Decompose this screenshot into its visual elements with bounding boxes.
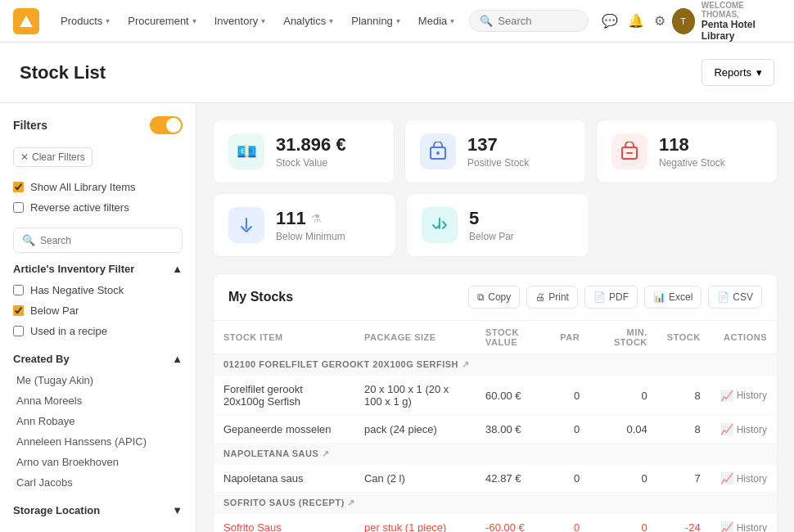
svg-point-1 xyxy=(436,151,440,155)
filter-icon: ⚗ xyxy=(311,212,322,225)
global-search[interactable]: 🔍 xyxy=(469,10,588,32)
created-by-item[interactable]: Anna Moreels xyxy=(13,390,183,411)
nav-icons: 💬 🔔 ⚙ xyxy=(602,13,665,29)
created-by-item[interactable]: Arno van Broekhoven xyxy=(13,452,183,472)
sidebar-search-input[interactable] xyxy=(40,235,174,246)
cell-min-stock: 0 xyxy=(589,514,657,533)
nav-procurement[interactable]: Procurement ▾ xyxy=(120,10,204,32)
history-button[interactable]: 📈 History xyxy=(720,472,767,485)
created-by-item[interactable]: Me (Tugay Akin) xyxy=(13,370,183,390)
settings-icon[interactable]: ⚙ xyxy=(654,13,665,29)
storage-location-header: Storage Location ▼ xyxy=(13,504,183,516)
col-stock-item: STOCK ITEM xyxy=(214,321,354,354)
nav-planning[interactable]: Planning ▾ xyxy=(343,10,408,32)
clear-filters-button[interactable]: ✕ Clear Filters xyxy=(13,147,92,167)
cell-value: 42.87 € xyxy=(476,465,550,493)
collapse-icon[interactable]: ▲ xyxy=(172,263,183,275)
external-link-icon: ↗ xyxy=(322,449,330,458)
below-minimum-number: 111 xyxy=(276,208,306,229)
bell-icon[interactable]: 🔔 xyxy=(628,13,644,29)
chevron-down-icon: ▾ xyxy=(261,16,265,25)
below-par-number: 5 xyxy=(469,208,514,229)
cell-package: Can (2 l) xyxy=(354,465,476,493)
history-button[interactable]: 📈 History xyxy=(720,423,767,435)
cell-min-stock: 0 xyxy=(589,376,657,416)
below-par-checkbox[interactable]: Below Par xyxy=(13,300,183,321)
cell-par: 0 xyxy=(550,465,589,493)
chart-icon: 📈 xyxy=(720,423,733,435)
nav-products[interactable]: Products ▾ xyxy=(52,10,118,32)
print-button[interactable]: 🖨 Print xyxy=(526,286,578,309)
cell-item: Sofrito Saus xyxy=(214,514,354,533)
navbar: Products ▾ Procurement ▾ Inventory ▾ Ana… xyxy=(0,0,794,43)
chevron-down-icon: ▾ xyxy=(756,66,762,79)
reverse-active-filters-checkbox[interactable]: Reverse active filters xyxy=(13,197,183,218)
show-all-library-items-checkbox[interactable]: Show All Library Items xyxy=(13,177,183,197)
search-icon: 🔍 xyxy=(22,234,35,246)
stat-card-below-par: 5 Below Par xyxy=(406,193,589,257)
used-in-recipe-checkbox[interactable]: Used in a recipe xyxy=(13,321,183,341)
col-par: PAR xyxy=(550,321,589,354)
user-info: WELCOME THOMAS, Penta Hotel Library xyxy=(702,1,781,42)
nav-media[interactable]: Media ▾ xyxy=(410,10,462,32)
main-content: 💶 31.896 € Stock Value 137 Positive Stoc… xyxy=(196,103,794,532)
filters-toggle[interactable] xyxy=(150,116,183,134)
chevron-down-icon: ▾ xyxy=(329,16,333,25)
x-icon: ✕ xyxy=(20,151,29,163)
stock-value-number: 31.896 € xyxy=(276,134,346,156)
created-by-item[interactable]: Carl Jacobs xyxy=(13,472,183,493)
col-actions: ACTIONS xyxy=(711,321,777,354)
csv-button[interactable]: 📄 CSV xyxy=(708,286,762,309)
print-icon: 🖨 xyxy=(535,291,545,303)
negative-stock-number: 118 xyxy=(659,134,725,156)
below-minimum-icon xyxy=(228,207,264,243)
stock-value-label: Stock Value xyxy=(276,157,346,169)
cell-value: 60.00 € xyxy=(476,376,550,416)
search-icon: 🔍 xyxy=(480,15,493,27)
history-button[interactable]: 📈 History xyxy=(720,521,767,532)
created-by-item[interactable]: Anneleen Hanssens (APIC) xyxy=(13,431,183,452)
search-input[interactable] xyxy=(498,15,577,27)
chat-icon[interactable]: 💬 xyxy=(602,13,618,29)
cell-stock: 8 xyxy=(657,416,711,444)
chevron-down-icon: ▾ xyxy=(450,16,454,25)
pdf-button[interactable]: 📄 PDF xyxy=(584,286,638,309)
stocks-header: My Stocks ⧉ Copy 🖨 Print 📄 PDF xyxy=(214,274,777,321)
collapse-icon[interactable]: ▼ xyxy=(172,504,183,516)
cell-stock: -24 xyxy=(657,514,711,533)
csv-icon: 📄 xyxy=(717,291,729,303)
history-button[interactable]: 📈 History xyxy=(720,390,767,402)
stocks-title: My Stocks xyxy=(228,290,293,304)
sidebar: Filters ✕ Clear Filters Show All Library… xyxy=(0,103,196,532)
negative-stock-label: Negative Stock xyxy=(659,157,725,169)
sidebar-search[interactable]: 🔍 xyxy=(13,228,183,253)
chart-icon: 📈 xyxy=(720,390,733,402)
stocks-table-container: STOCK ITEM PACKAGE SIZE STOCK VALUE PAR … xyxy=(214,321,777,532)
logo[interactable] xyxy=(13,8,39,34)
created-by-item[interactable]: Ann Robaye xyxy=(13,411,183,431)
pdf-icon: 📄 xyxy=(593,291,606,303)
cell-value: 38.00 € xyxy=(476,416,550,444)
positive-stock-label: Positive Stock xyxy=(467,157,529,169)
user-area[interactable]: T WELCOME THOMAS, Penta Hotel Library xyxy=(672,1,781,42)
article-filter-header: Article's Inventory Filter ▲ xyxy=(13,263,183,275)
cell-item: Napoletana saus xyxy=(214,465,354,493)
collapse-icon[interactable]: ▲ xyxy=(172,353,183,365)
filter-checkboxes: Show All Library Items Reverse active fi… xyxy=(13,177,183,218)
positive-stock-number: 137 xyxy=(467,134,529,156)
stocks-section: My Stocks ⧉ Copy 🖨 Print 📄 PDF xyxy=(213,273,778,532)
table-row: Sofrito Saus per stuk (1 piece) -60.00 €… xyxy=(214,514,777,533)
chart-icon: 📈 xyxy=(720,521,733,532)
has-negative-stock-checkbox[interactable]: Has Negative Stock xyxy=(13,280,183,300)
reports-button[interactable]: Reports ▾ xyxy=(702,59,774,86)
logo-icon xyxy=(20,16,33,27)
cell-item: Forelfilet gerookt 20x100g Serfish xyxy=(214,376,354,416)
nav-analytics[interactable]: Analytics ▾ xyxy=(275,10,341,32)
copy-button[interactable]: ⧉ Copy xyxy=(468,286,520,309)
excel-button[interactable]: 📊 Excel xyxy=(644,286,702,309)
nav-inventory[interactable]: Inventory ▾ xyxy=(206,10,273,32)
external-link-icon: ↗ xyxy=(462,359,470,369)
cell-actions: 📈 History xyxy=(711,376,777,416)
col-stock: STOCK xyxy=(657,321,711,354)
cell-min-stock: 0 xyxy=(589,465,657,493)
